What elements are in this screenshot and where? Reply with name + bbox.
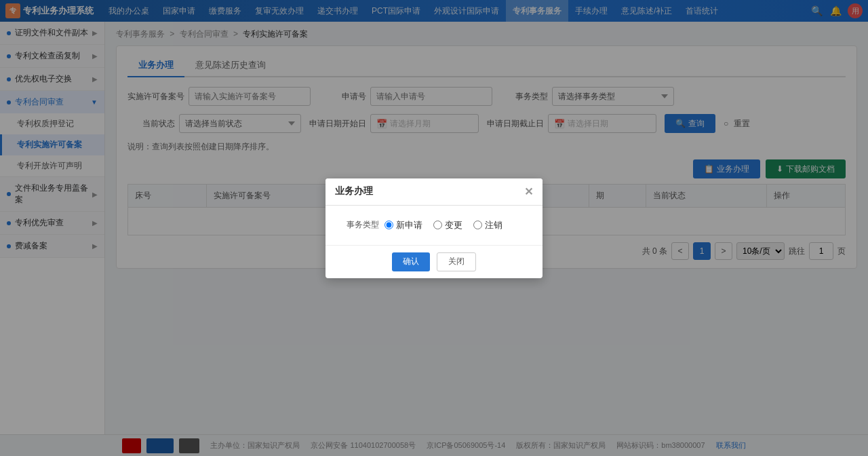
radio-new-input[interactable]: [384, 221, 393, 229]
modal-close-button[interactable]: ✕: [524, 185, 533, 198]
radio-new[interactable]: 新申请: [384, 219, 422, 231]
modal-close-footer-button[interactable]: 关闭: [437, 252, 476, 271]
radio-cancel[interactable]: 注销: [473, 219, 502, 231]
radio-new-label: 新申请: [396, 219, 422, 231]
modal-body: 事务类型 新申请 变更 注销: [326, 206, 542, 245]
modal-title: 业务办理: [335, 185, 373, 197]
modal-footer: 确认 关闭: [326, 245, 542, 278]
modal-header: 业务办理 ✕: [326, 178, 542, 206]
modal-affair-type-row: 事务类型 新申请 变更 注销: [335, 219, 533, 231]
modal-affair-type-label: 事务类型: [335, 219, 379, 231]
modal-business: 业务办理 ✕ 事务类型 新申请 变更 注销: [326, 178, 542, 278]
modal-overlay: 业务办理 ✕ 事务类型 新申请 变更 注销: [0, 0, 868, 456]
radio-change-label: 变更: [445, 219, 462, 231]
radio-change-input[interactable]: [433, 221, 442, 229]
affair-type-radio-group: 新申请 变更 注销: [384, 219, 502, 231]
radio-cancel-label: 注销: [485, 219, 502, 231]
radio-cancel-input[interactable]: [473, 221, 482, 229]
radio-change[interactable]: 变更: [433, 219, 462, 231]
modal-confirm-button[interactable]: 确认: [392, 252, 430, 271]
